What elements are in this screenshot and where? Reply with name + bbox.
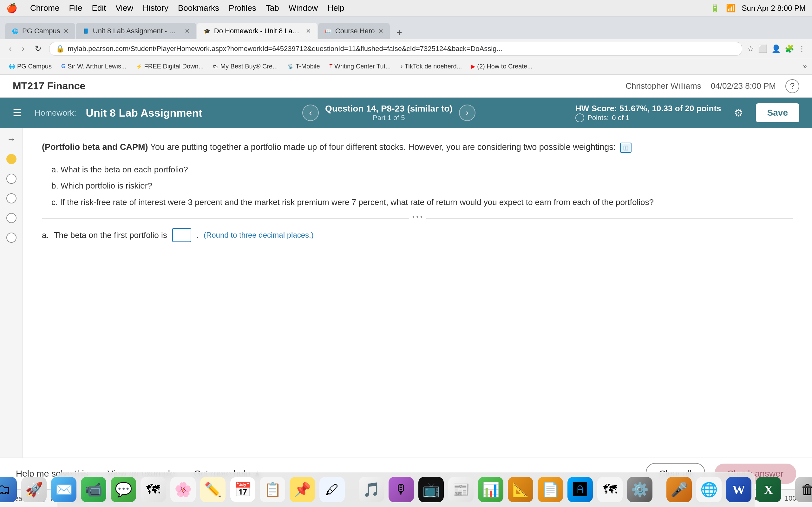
dock-pages[interactable]: 📄: [538, 477, 563, 502]
dock-reminders[interactable]: 📋: [260, 477, 285, 502]
dock-systemprefs[interactable]: ⚙️: [627, 477, 653, 502]
bookmark-bestbuy[interactable]: 🛍 My Best Buy® Cre...: [209, 61, 281, 71]
bookmark-label-1: PG Campus: [17, 63, 52, 70]
more-options-icon[interactable]: ⋮: [798, 44, 806, 53]
reload-button[interactable]: ↻: [32, 43, 44, 55]
dock-numbers[interactable]: 📊: [478, 477, 503, 502]
menu-chrome[interactable]: Chrome: [30, 3, 59, 13]
hw-next-button[interactable]: ›: [459, 105, 475, 121]
bookmarks-bar: 🌐 PG Campus G Sir W. Arthur Lewis... ⚡ F…: [0, 58, 812, 75]
tab-search-icon[interactable]: ⬜: [758, 44, 768, 53]
bookmark-pg-campus[interactable]: 🌐 PG Campus: [5, 61, 55, 71]
menu-help[interactable]: Help: [327, 3, 344, 13]
forward-button[interactable]: ›: [19, 43, 27, 55]
hw-score-section: HW Score: 51.67%, 10.33 of 20 points Poi…: [575, 103, 799, 122]
dock-maps[interactable]: 🗺: [141, 477, 166, 502]
bookmark-writing-center[interactable]: T Writing Center Tut...: [326, 61, 395, 71]
dock-music[interactable]: 🎵: [359, 477, 384, 502]
menu-tab[interactable]: Tab: [266, 3, 279, 13]
menu-edit[interactable]: Edit: [92, 3, 106, 13]
tab-close-2[interactable]: ✕: [185, 27, 190, 35]
bookmark-star-icon[interactable]: ☆: [747, 44, 754, 53]
back-button[interactable]: ‹: [6, 43, 14, 55]
hw-banner: ☰ Homework: Unit 8 Lab Assignment ‹ Ques…: [0, 98, 812, 128]
side-radio-3[interactable]: [6, 193, 16, 204]
hw-settings-icon[interactable]: ⚙: [734, 107, 743, 119]
side-panel-arrow[interactable]: →: [7, 134, 16, 145]
tab-pg-campus[interactable]: 🌐 PG Campus ✕: [5, 23, 75, 39]
part-a-letter: a.: [51, 165, 58, 174]
url-text: mylab.pearson.com/Student/PlayerHomework…: [67, 45, 735, 53]
tab-close-4[interactable]: ✕: [378, 27, 384, 35]
bookmark-sir-w[interactable]: G Sir W. Arthur Lewis...: [57, 61, 131, 71]
bookmark-label-4: My Best Buy® Cre...: [220, 63, 277, 70]
dock-trash[interactable]: 🗑: [795, 477, 812, 502]
dock-excel[interactable]: X: [756, 477, 781, 502]
dock-appstore[interactable]: 🅰: [567, 477, 593, 502]
bookmark-favicon-6: T: [329, 64, 333, 69]
hw-menu-icon[interactable]: ☰: [13, 107, 22, 119]
menu-bookmarks[interactable]: Bookmarks: [178, 3, 219, 13]
dock-finder[interactable]: 🗂: [0, 477, 17, 502]
menu-time: Sun Apr 2 8:00 PM: [742, 4, 806, 13]
tab-close-3[interactable]: ✕: [306, 27, 311, 35]
dock-launchpad[interactable]: 🚀: [21, 477, 47, 502]
menu-view[interactable]: View: [115, 3, 133, 13]
tab-unit8-lab[interactable]: 📘 Unit 8 Lab Assignment - MT21... ✕: [76, 23, 196, 39]
new-tab-button[interactable]: ＋: [392, 25, 406, 39]
side-radio-4[interactable]: [6, 213, 16, 223]
save-button[interactable]: Save: [756, 103, 799, 122]
extensions-icon[interactable]: 🧩: [785, 44, 794, 53]
dock-castbox[interactable]: 🎤: [666, 477, 692, 502]
dock-maps2[interactable]: 🗺: [597, 477, 623, 502]
part-a-text: What is the beta on each portfolio?: [61, 165, 188, 174]
tab-label-2: Unit 8 Lab Assignment - MT21...: [93, 27, 182, 35]
tab-favicon-4: 📖: [324, 27, 332, 35]
dock-podcasts[interactable]: 🎙: [389, 477, 414, 502]
dock-stickies[interactable]: 📌: [290, 477, 315, 502]
dock-news[interactable]: 📰: [448, 477, 473, 502]
dock-facetime[interactable]: 📹: [81, 477, 106, 502]
header-date: 04/02/23 8:00 PM: [711, 81, 776, 91]
dock-mail[interactable]: ✉️: [51, 477, 77, 502]
part-c-letter: c.: [51, 198, 58, 207]
tab-close-1[interactable]: ✕: [63, 27, 69, 35]
side-radio-1[interactable]: [6, 154, 16, 164]
apple-menu[interactable]: 🍎: [6, 3, 17, 13]
bookmark-tmobile[interactable]: 📡 T-Mobile: [284, 61, 324, 71]
dock-chrome[interactable]: 🌐: [696, 477, 722, 502]
tab-do-homework[interactable]: 🎓 Do Homework - Unit 8 Lab Ass... ✕: [197, 23, 317, 39]
help-icon[interactable]: ?: [785, 79, 799, 93]
bookmarks-more-button[interactable]: »: [803, 62, 807, 71]
dock-appletv[interactable]: 📺: [418, 477, 444, 502]
bookmark-how-to-create[interactable]: ▶ (2) How to Create...: [467, 61, 537, 71]
table-icon[interactable]: [620, 143, 631, 153]
url-bar[interactable]: 🔒 mylab.pearson.com/Student/PlayerHomewo…: [49, 42, 742, 56]
dock-word[interactable]: W: [726, 477, 751, 502]
answer-input-field[interactable]: [172, 228, 191, 242]
menu-history[interactable]: History: [143, 3, 168, 13]
answer-section: a. The beta on the first portfolio is . …: [42, 228, 793, 242]
bookmark-label-8: (2) How to Create...: [477, 63, 532, 70]
menu-window[interactable]: Window: [289, 3, 318, 13]
question-part-b: b. Which portfolio is riskier?: [51, 179, 793, 193]
tab-course-hero[interactable]: 📖 Course Hero ✕: [318, 23, 390, 39]
profile-icon[interactable]: 👤: [771, 44, 781, 53]
tab-bar: 🌐 PG Campus ✕ 📘 Unit 8 Lab Assignment - …: [0, 16, 812, 39]
dock-freeform2[interactable]: 🖊: [319, 477, 345, 502]
dock-keynote[interactable]: 📐: [508, 477, 533, 502]
dock-freeform[interactable]: ✏️: [200, 477, 225, 502]
hw-assignment-title: Unit 8 Lab Assignment: [86, 107, 202, 119]
bookmark-free-digital[interactable]: ⚡ FREE Digital Down...: [132, 61, 208, 71]
dock-calendar[interactable]: 📅: [230, 477, 255, 502]
hw-points: Points: 0 of 1: [575, 113, 721, 122]
bookmark-label-6: Writing Center Tut...: [334, 63, 391, 70]
side-radio-5[interactable]: [6, 233, 16, 243]
bookmark-tiktok[interactable]: ♪ TikTok de noeherd...: [397, 61, 466, 71]
side-radio-2[interactable]: [6, 174, 16, 184]
dock-photos[interactable]: 🌸: [170, 477, 196, 502]
hw-prev-button[interactable]: ‹: [302, 105, 319, 121]
menu-file[interactable]: File: [69, 3, 82, 13]
menu-profiles[interactable]: Profiles: [229, 3, 256, 13]
dock-messages[interactable]: 💬: [111, 477, 136, 502]
